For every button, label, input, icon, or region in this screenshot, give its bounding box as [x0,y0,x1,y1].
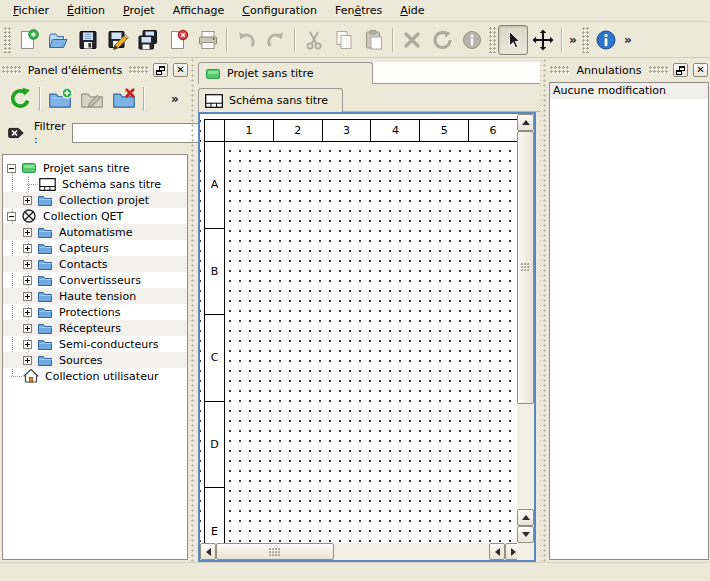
redo-button[interactable] [261,25,291,55]
collapse-icon[interactable] [7,212,16,221]
close-panel-button[interactable]: ✕ [173,63,188,77]
menu-fenêtres[interactable]: Fenêtres [326,1,391,20]
frame-row-E: E [205,488,224,543]
toolbar-overflow-button[interactable]: » [566,33,580,47]
menu-affichage[interactable]: Affichage [164,1,234,20]
refresh-button[interactable] [4,83,36,115]
refresh-icon [7,86,33,112]
save-button[interactable] [73,25,103,55]
tree-item-projet-sans-titre[interactable]: Projet sans titre [3,160,187,176]
expand-icon[interactable] [23,292,32,301]
edit-element-button[interactable] [76,83,108,115]
new-element-button[interactable] [44,83,76,115]
tab-schema[interactable]: Schéma sans titre [198,88,343,112]
tree-item-collection-qet[interactable]: Collection QET [3,208,187,224]
tree-item-automatisme[interactable]: Automatisme [3,224,187,240]
expand-icon[interactable] [23,308,32,317]
horizontal-scroll-thumb[interactable] [216,543,334,560]
schema-tabbar: Schéma sans titre [198,88,540,112]
menu-projet[interactable]: Projet [114,1,164,20]
expand-icon[interactable] [23,244,32,253]
frame-column-2: 2 [274,120,323,141]
undo-list-item[interactable]: Aucune modification [550,83,708,99]
frame-column-1: 1 [225,120,274,141]
tab-project[interactable]: Projet sans titre [198,62,373,84]
tree-item-convertisseurs[interactable]: Convertisseurs [3,272,187,288]
clear-filter-button[interactable] [6,121,28,145]
scroll-up-button-2[interactable] [517,509,534,526]
elements-panel-titlebar: Panel d'éléments ✕ [2,62,188,78]
blue-folder-icon [37,272,53,288]
select-cursor-button[interactable] [498,25,528,55]
expand-icon[interactable] [23,340,32,349]
tree-item-collection-projet[interactable]: Collection projet [3,192,187,208]
toolbar-overflow-button[interactable]: » [621,33,635,47]
toolbar-handle[interactable] [582,27,589,53]
tree-item-contacts[interactable]: Contacts [3,256,187,272]
tree-item-semi-conducteurs[interactable]: Semi-conducteurs [3,336,187,352]
cut-button[interactable] [299,25,329,55]
undo-panel-titlebar: Annulations ✕ [550,62,708,78]
save-all-icon [136,28,160,52]
frame-corner-cell [205,120,225,141]
menu-édition[interactable]: Édition [58,1,114,20]
delete-button[interactable] [397,25,427,55]
delete-element-button[interactable] [108,83,140,115]
float-panel-button[interactable] [153,63,168,77]
scroll-down-button[interactable] [517,526,534,543]
tree-item-haute-tension[interactable]: Haute tension [3,288,187,304]
expand-icon[interactable] [23,228,32,237]
expand-icon[interactable] [23,196,32,205]
undo-history-list[interactable]: Aucune modification [549,82,709,560]
copy-button[interactable] [329,25,359,55]
rotate-button[interactable] [427,25,457,55]
scroll-left-button[interactable] [200,543,216,560]
new-document-button[interactable] [13,25,43,55]
elements-panel-title: Panel d'éléments [26,64,124,77]
expand-icon[interactable] [23,260,32,269]
vertical-scroll-thumb[interactable] [517,131,534,404]
collapse-icon[interactable] [7,164,16,173]
menu-configuration[interactable]: Configuration [233,1,326,20]
toolbar-handle[interactable] [4,27,11,53]
tree-item-r-cepteurs[interactable]: Récepteurs [3,320,187,336]
project-folder-icon [205,66,221,82]
scroll-up-button[interactable] [517,114,534,131]
expand-icon[interactable] [23,356,32,365]
expand-icon[interactable] [23,324,32,333]
tree-item-collection-utilisateur[interactable]: Collection utilisateur [3,368,187,384]
properties-button[interactable] [457,25,487,55]
vertical-scrollbar[interactable] [517,114,534,543]
close-panel-button[interactable]: ✕ [693,63,708,77]
save-all-button[interactable] [133,25,163,55]
menu-fichier[interactable]: Fichier [4,1,58,20]
expand-icon[interactable] [23,276,32,285]
toolbar-handle[interactable] [489,27,496,53]
blue-folder-icon [37,256,53,272]
tree-item-protections[interactable]: Protections [3,304,187,320]
float-panel-button[interactable] [673,63,688,77]
schema-canvas[interactable]: 123456 ABCDE [200,114,517,543]
close-file-button[interactable] [163,25,193,55]
tree-item-sch-ma-sans-titre[interactable]: Schéma sans titre [3,176,187,192]
open-project-button[interactable] [43,25,73,55]
horizontal-scrollbar[interactable] [200,543,521,560]
select-cursor-icon [501,28,525,52]
undo-button[interactable] [231,25,261,55]
blue-folder-icon [37,224,53,240]
scroll-left-button-2[interactable] [489,543,505,560]
right-splitter-handle[interactable] [540,58,548,562]
tree-item-capteurs[interactable]: Capteurs [3,240,187,256]
paste-button[interactable] [359,25,389,55]
elements-toolbar-overflow-button[interactable]: » [168,92,182,106]
save-as-button[interactable] [103,25,133,55]
tree-item-sources[interactable]: Sources [3,352,187,368]
undo-icon [234,28,258,52]
about-info-button[interactable] [591,25,621,55]
move-tool-button[interactable] [528,25,558,55]
filter-label: Filtrer : [34,120,66,146]
tabbar-empty-area [373,62,541,84]
print-button[interactable] [193,25,223,55]
dock-grip [649,66,668,74]
menu-aide[interactable]: Aide [391,1,433,20]
